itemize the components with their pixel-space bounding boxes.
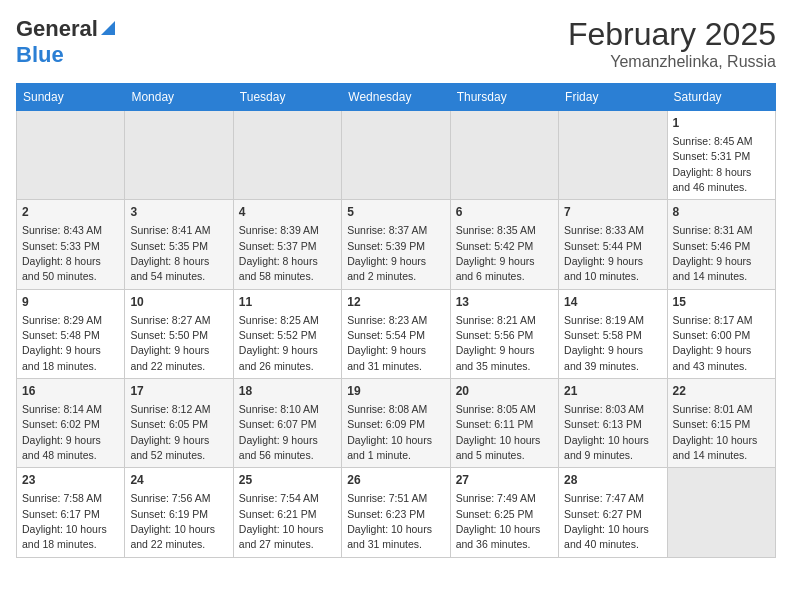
calendar-day-cell: 23Sunrise: 7:58 AM Sunset: 6:17 PM Dayli… [17,468,125,557]
day-number: 20 [456,383,553,400]
day-number: 8 [673,204,770,221]
calendar-day-cell: 19Sunrise: 8:08 AM Sunset: 6:09 PM Dayli… [342,379,450,468]
calendar-day-cell: 13Sunrise: 8:21 AM Sunset: 5:56 PM Dayli… [450,289,558,378]
day-info: Sunrise: 7:56 AM Sunset: 6:19 PM Dayligh… [130,492,215,550]
day-info: Sunrise: 8:35 AM Sunset: 5:42 PM Dayligh… [456,224,536,282]
calendar-week-row: 2Sunrise: 8:43 AM Sunset: 5:33 PM Daylig… [17,200,776,289]
calendar-day-cell [342,111,450,200]
calendar-day-cell: 18Sunrise: 8:10 AM Sunset: 6:07 PM Dayli… [233,379,341,468]
day-number: 16 [22,383,119,400]
page-header: General Blue February 2025 Yemanzhelinka… [16,16,776,71]
day-number: 7 [564,204,661,221]
calendar-day-cell: 7Sunrise: 8:33 AM Sunset: 5:44 PM Daylig… [559,200,667,289]
logo-blue-text: Blue [16,42,64,67]
location-subtitle: Yemanzhelinka, Russia [568,53,776,71]
calendar-day-cell: 4Sunrise: 8:39 AM Sunset: 5:37 PM Daylig… [233,200,341,289]
weekday-header-sunday: Sunday [17,84,125,111]
calendar-day-cell: 11Sunrise: 8:25 AM Sunset: 5:52 PM Dayli… [233,289,341,378]
day-number: 26 [347,472,444,489]
calendar-day-cell: 16Sunrise: 8:14 AM Sunset: 6:02 PM Dayli… [17,379,125,468]
day-number: 9 [22,294,119,311]
day-info: Sunrise: 8:45 AM Sunset: 5:31 PM Dayligh… [673,135,753,193]
day-number: 1 [673,115,770,132]
calendar-day-cell [559,111,667,200]
calendar-day-cell [17,111,125,200]
calendar-week-row: 1Sunrise: 8:45 AM Sunset: 5:31 PM Daylig… [17,111,776,200]
day-info: Sunrise: 8:14 AM Sunset: 6:02 PM Dayligh… [22,403,102,461]
calendar-day-cell: 9Sunrise: 8:29 AM Sunset: 5:48 PM Daylig… [17,289,125,378]
day-number: 10 [130,294,227,311]
calendar-day-cell: 5Sunrise: 8:37 AM Sunset: 5:39 PM Daylig… [342,200,450,289]
weekday-header-wednesday: Wednesday [342,84,450,111]
day-number: 18 [239,383,336,400]
calendar-day-cell: 27Sunrise: 7:49 AM Sunset: 6:25 PM Dayli… [450,468,558,557]
day-number: 12 [347,294,444,311]
day-number: 24 [130,472,227,489]
day-info: Sunrise: 8:29 AM Sunset: 5:48 PM Dayligh… [22,314,102,372]
day-info: Sunrise: 8:25 AM Sunset: 5:52 PM Dayligh… [239,314,319,372]
day-info: Sunrise: 8:08 AM Sunset: 6:09 PM Dayligh… [347,403,432,461]
calendar-day-cell [233,111,341,200]
calendar-day-cell [450,111,558,200]
svg-marker-0 [101,21,115,35]
day-number: 25 [239,472,336,489]
day-info: Sunrise: 7:58 AM Sunset: 6:17 PM Dayligh… [22,492,107,550]
calendar-day-cell [125,111,233,200]
weekday-header-friday: Friday [559,84,667,111]
calendar-day-cell: 2Sunrise: 8:43 AM Sunset: 5:33 PM Daylig… [17,200,125,289]
calendar-day-cell [667,468,775,557]
day-info: Sunrise: 7:49 AM Sunset: 6:25 PM Dayligh… [456,492,541,550]
calendar-day-cell: 3Sunrise: 8:41 AM Sunset: 5:35 PM Daylig… [125,200,233,289]
day-number: 3 [130,204,227,221]
day-info: Sunrise: 7:51 AM Sunset: 6:23 PM Dayligh… [347,492,432,550]
calendar-day-cell: 22Sunrise: 8:01 AM Sunset: 6:15 PM Dayli… [667,379,775,468]
day-info: Sunrise: 8:12 AM Sunset: 6:05 PM Dayligh… [130,403,210,461]
calendar-day-cell: 25Sunrise: 7:54 AM Sunset: 6:21 PM Dayli… [233,468,341,557]
day-number: 15 [673,294,770,311]
day-info: Sunrise: 8:41 AM Sunset: 5:35 PM Dayligh… [130,224,210,282]
calendar-week-row: 16Sunrise: 8:14 AM Sunset: 6:02 PM Dayli… [17,379,776,468]
day-info: Sunrise: 8:39 AM Sunset: 5:37 PM Dayligh… [239,224,319,282]
day-number: 14 [564,294,661,311]
calendar-day-cell: 1Sunrise: 8:45 AM Sunset: 5:31 PM Daylig… [667,111,775,200]
day-number: 2 [22,204,119,221]
calendar-day-cell: 10Sunrise: 8:27 AM Sunset: 5:50 PM Dayli… [125,289,233,378]
day-info: Sunrise: 8:17 AM Sunset: 6:00 PM Dayligh… [673,314,753,372]
calendar-day-cell: 24Sunrise: 7:56 AM Sunset: 6:19 PM Dayli… [125,468,233,557]
calendar-day-cell: 12Sunrise: 8:23 AM Sunset: 5:54 PM Dayli… [342,289,450,378]
day-info: Sunrise: 8:37 AM Sunset: 5:39 PM Dayligh… [347,224,427,282]
day-number: 11 [239,294,336,311]
day-number: 22 [673,383,770,400]
logo-triangle-icon [101,17,115,39]
month-year-title: February 2025 [568,16,776,53]
day-number: 21 [564,383,661,400]
day-number: 4 [239,204,336,221]
day-number: 28 [564,472,661,489]
day-info: Sunrise: 8:23 AM Sunset: 5:54 PM Dayligh… [347,314,427,372]
day-number: 23 [22,472,119,489]
calendar-day-cell: 6Sunrise: 8:35 AM Sunset: 5:42 PM Daylig… [450,200,558,289]
calendar-table: SundayMondayTuesdayWednesdayThursdayFrid… [16,83,776,558]
day-info: Sunrise: 7:47 AM Sunset: 6:27 PM Dayligh… [564,492,649,550]
calendar-day-cell: 20Sunrise: 8:05 AM Sunset: 6:11 PM Dayli… [450,379,558,468]
day-info: Sunrise: 8:27 AM Sunset: 5:50 PM Dayligh… [130,314,210,372]
day-info: Sunrise: 8:19 AM Sunset: 5:58 PM Dayligh… [564,314,644,372]
day-info: Sunrise: 8:43 AM Sunset: 5:33 PM Dayligh… [22,224,102,282]
day-info: Sunrise: 8:05 AM Sunset: 6:11 PM Dayligh… [456,403,541,461]
calendar-day-cell: 28Sunrise: 7:47 AM Sunset: 6:27 PM Dayli… [559,468,667,557]
day-info: Sunrise: 8:10 AM Sunset: 6:07 PM Dayligh… [239,403,319,461]
day-number: 19 [347,383,444,400]
title-area: February 2025 Yemanzhelinka, Russia [568,16,776,71]
calendar-day-cell: 26Sunrise: 7:51 AM Sunset: 6:23 PM Dayli… [342,468,450,557]
weekday-header-monday: Monday [125,84,233,111]
calendar-day-cell: 21Sunrise: 8:03 AM Sunset: 6:13 PM Dayli… [559,379,667,468]
logo: General Blue [16,16,115,68]
calendar-header-row: SundayMondayTuesdayWednesdayThursdayFrid… [17,84,776,111]
day-info: Sunrise: 8:03 AM Sunset: 6:13 PM Dayligh… [564,403,649,461]
day-number: 13 [456,294,553,311]
weekday-header-thursday: Thursday [450,84,558,111]
calendar-day-cell: 15Sunrise: 8:17 AM Sunset: 6:00 PM Dayli… [667,289,775,378]
calendar-body: 1Sunrise: 8:45 AM Sunset: 5:31 PM Daylig… [17,111,776,558]
day-info: Sunrise: 8:01 AM Sunset: 6:15 PM Dayligh… [673,403,758,461]
day-number: 6 [456,204,553,221]
